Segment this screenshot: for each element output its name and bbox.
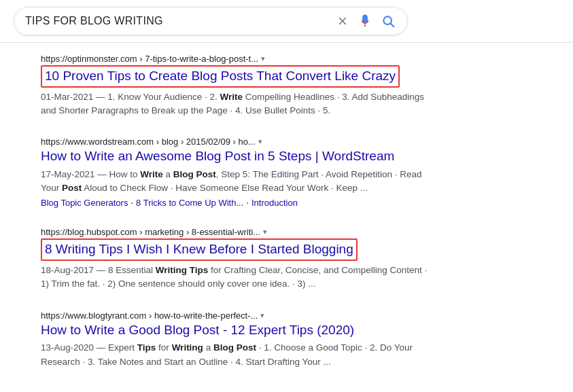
search-query-text: TIPS FOR BLOG WRITING <box>25 15 330 27</box>
url-dropdown-arrow[interactable]: ▾ <box>260 311 264 320</box>
results-container: https://optinmonster.com › 7-tips-to-wri… <box>0 43 476 392</box>
search-bar[interactable]: TIPS FOR BLOG WRITING <box>14 7 408 35</box>
result-snippet: 17-May-2021 — How to Write a Blog Post, … <box>41 168 435 196</box>
url-text: https://optinmonster.com › 7-tips-to-wri… <box>41 54 258 64</box>
url-text: https://blog.hubspot.com › marketing › 8… <box>41 227 260 237</box>
result-item: https://www.wordstream.com › blog › 2015… <box>41 137 435 208</box>
result-item: https://blog.hubspot.com › marketing › 8… <box>41 227 435 291</box>
result-url: https://optinmonster.com › 7-tips-to-wri… <box>41 54 435 64</box>
quick-link[interactable]: Blog Topic Generators <box>41 198 128 208</box>
result-url: https://www.wordstream.com › blog › 2015… <box>41 137 435 147</box>
result-title-link[interactable]: 10 Proven Tips to Create Blog Posts That… <box>41 65 400 88</box>
url-text: https://www.blogtyrant.com › how-to-writ… <box>41 310 258 321</box>
result-snippet: 18-Aug-2017 — 8 Essential Writing Tips f… <box>41 264 435 291</box>
svg-rect-2 <box>364 24 366 26</box>
voice-search-button[interactable] <box>357 13 373 29</box>
search-submit-button[interactable] <box>380 13 396 29</box>
result-url: https://www.blogtyrant.com › how-to-writ… <box>41 310 435 321</box>
result-title-link[interactable]: How to Write a Good Blog Post - 12 Exper… <box>41 322 435 339</box>
quick-link[interactable]: Introduction <box>251 198 298 208</box>
link-separator: · <box>131 197 136 208</box>
svg-line-4 <box>391 24 394 27</box>
url-dropdown-arrow[interactable]: ▾ <box>261 54 265 63</box>
search-bar-icons <box>335 13 396 29</box>
link-separator: · <box>246 197 251 208</box>
url-text: https://www.wordstream.com › blog › 2015… <box>41 137 256 147</box>
result-title-link[interactable]: 8 Writing Tips I Wish I Knew Before I St… <box>41 238 358 261</box>
result-quick-links: Blog Topic Generators · 8 Tricks to Come… <box>41 197 435 208</box>
result-item: https://www.blogtyrant.com › how-to-writ… <box>41 310 435 369</box>
result-title-link[interactable]: How to Write an Awesome Blog Post in 5 S… <box>41 148 435 165</box>
url-dropdown-arrow[interactable]: ▾ <box>258 137 262 146</box>
result-url: https://blog.hubspot.com › marketing › 8… <box>41 227 435 237</box>
quick-link[interactable]: 8 Tricks to Come Up With... <box>136 198 243 208</box>
result-snippet: 01-Mar-2021 — 1. Know Your Audience · 2.… <box>41 90 435 118</box>
search-bar-container: TIPS FOR BLOG WRITING <box>0 0 573 43</box>
result-snippet: 13-Aug-2020 — Expert Tips for Writing a … <box>41 341 435 369</box>
result-item: https://optinmonster.com › 7-tips-to-wri… <box>41 54 435 118</box>
url-dropdown-arrow[interactable]: ▾ <box>263 228 267 236</box>
clear-button[interactable] <box>335 14 350 29</box>
